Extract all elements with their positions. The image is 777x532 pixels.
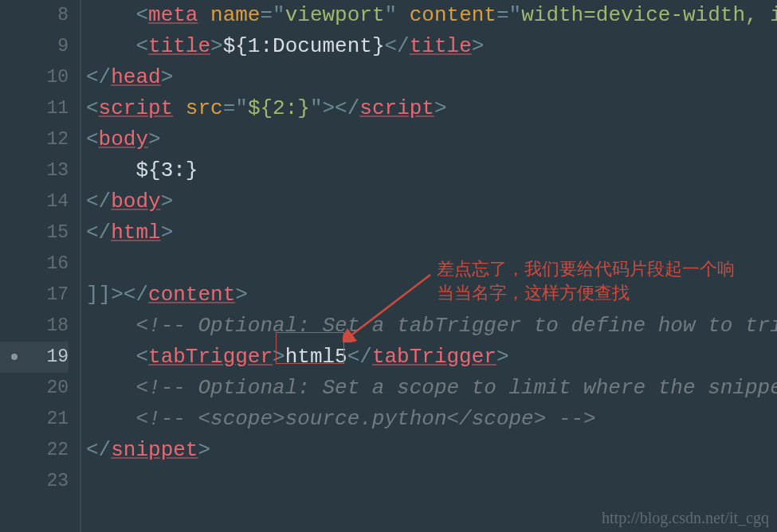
line-gutter: 891011121314151617181920212223 [0,0,80,532]
code-line[interactable]: </snippet> [81,435,777,466]
line-number: 12 [0,124,69,155]
line-number: 10 [0,62,69,93]
line-number: 20 [0,373,69,404]
code-line[interactable]: <!-- Optional: Set a scope to limit wher… [81,373,777,404]
line-number: 9 [0,31,69,62]
code-line[interactable]: </head> [81,62,777,93]
line-number: 23 [0,466,69,497]
line-number: 11 [0,93,69,124]
code-line[interactable]: </html> [81,217,777,248]
line-number: 21 [0,404,69,435]
code-line[interactable]: ${3:} [81,155,777,186]
code-line[interactable]: <tabTrigger>html5</tabTrigger> [81,342,777,373]
annotation-line: 差点忘了，我们要给代码片段起一个响 [437,257,735,281]
line-number: 8 [0,0,69,31]
code-line[interactable]: <body> [81,124,777,155]
code-line[interactable]: <!-- Optional: Set a tabTrigger to defin… [81,311,777,342]
code-line[interactable]: <title>${1:Document}</title> [81,31,777,62]
line-number: 18 [0,311,69,342]
watermark-text: http://blog.csdn.net/it_cgq [602,509,769,527]
code-line[interactable]: </body> [81,186,777,217]
line-number: 19 [0,342,69,373]
code-line[interactable]: <meta name="viewport" content="width=dev… [81,0,777,31]
annotation-line: 当当名字，这样方便查找 [437,281,735,305]
line-number: 16 [0,248,69,280]
modified-dot-icon [11,354,18,360]
code-line[interactable] [81,466,777,497]
code-line[interactable]: <script src="${2:}"></script> [81,93,777,124]
line-number: 14 [0,186,69,217]
line-number: 13 [0,155,69,186]
code-line[interactable]: <!-- <scope>source.python</scope> --> [81,404,777,435]
line-number: 22 [0,435,69,466]
line-number: 15 [0,217,69,248]
annotation-text: 差点忘了，我们要给代码片段起一个响 当当名字，这样方便查找 [437,257,735,305]
line-number: 17 [0,280,69,311]
